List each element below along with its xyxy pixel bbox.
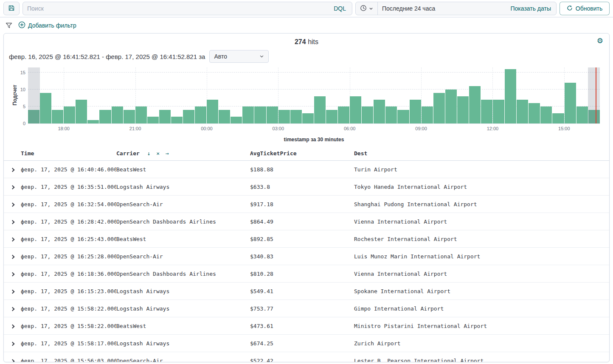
histogram-bar[interactable]: [362, 106, 373, 123]
expand-row-button[interactable]: [4, 178, 21, 196]
histogram-bar[interactable]: [433, 93, 445, 123]
histogram-bar[interactable]: [326, 110, 337, 123]
histogram-bar[interactable]: [517, 100, 528, 123]
histogram-bar[interactable]: [493, 100, 504, 123]
histogram-bar[interactable]: [52, 110, 63, 123]
histogram-chart: Подсчет 051015 18:0021:0000:0003:0006:00…: [7, 67, 600, 143]
documents-table: Time Carrier ↓ × → AvgTicketPrice Dest ф…: [4, 148, 609, 362]
header-expander: [4, 148, 21, 161]
time-range-text: февр. 16, 2025 @ 16:41:52.821 - февр. 17…: [9, 53, 205, 60]
histogram-bar[interactable]: [99, 110, 111, 123]
cell-avgticketprice: $810.28: [250, 265, 354, 283]
histogram-bar[interactable]: [87, 120, 99, 123]
cell-time: февр. 17, 2025 @ 15:58:17.000: [21, 335, 116, 352]
expand-row-button[interactable]: [4, 248, 21, 265]
cell-avgticketprice: $674.25: [250, 335, 354, 352]
histogram-bar[interactable]: [374, 100, 385, 123]
histogram-bar[interactable]: [529, 103, 540, 123]
expand-row-button[interactable]: [4, 335, 21, 352]
histogram-bar[interactable]: [457, 96, 469, 123]
histogram-bar[interactable]: [195, 106, 206, 123]
save-query-button[interactable]: [3, 2, 20, 15]
x-axis-tick: 09:00: [415, 126, 427, 131]
histogram-bar[interactable]: [410, 100, 421, 123]
cell-dest: Gimpo International Airport: [354, 300, 609, 317]
histogram-bar[interactable]: [565, 83, 576, 123]
histogram-bar[interactable]: [350, 96, 361, 123]
histogram-bar[interactable]: [183, 110, 194, 123]
histogram-bar[interactable]: [231, 117, 242, 123]
table-row: февр. 17, 2025 @ 16:40:46.000BeatsWest$1…: [4, 161, 609, 178]
histogram-bar[interactable]: [481, 100, 492, 123]
cell-dest: Tokyo Haneda International Airport: [354, 178, 609, 196]
histogram-bar[interactable]: [64, 106, 75, 123]
cell-time: февр. 17, 2025 @ 16:28:42.000: [21, 213, 116, 230]
histogram-bar[interactable]: [422, 106, 433, 123]
cell-dest: Shanghai Pudong International Airport: [354, 196, 609, 213]
histogram-bar[interactable]: [171, 117, 183, 123]
refresh-button[interactable]: Обновить: [560, 2, 610, 15]
cell-carrier: OpenSearch Dashboards Airlines: [116, 213, 250, 230]
histogram-bar[interactable]: [112, 106, 123, 123]
remove-column-icon[interactable]: ×: [156, 150, 160, 157]
move-column-right-icon[interactable]: →: [166, 150, 169, 157]
x-axis-label: timestamp за 30 minutes: [28, 137, 600, 143]
expand-row-button[interactable]: [4, 317, 21, 335]
gear-icon[interactable]: ⚙: [597, 37, 603, 45]
hits-row: 274 hits ⚙: [4, 34, 609, 48]
histogram-bar[interactable]: [76, 100, 87, 123]
expand-row-button[interactable]: [4, 352, 21, 363]
histogram-bar[interactable]: [267, 106, 278, 123]
cell-dest: Turin Airport: [354, 161, 609, 178]
histogram-bar[interactable]: [242, 106, 254, 123]
cell-avgticketprice: $549.41: [250, 283, 354, 300]
histogram-bar[interactable]: [147, 117, 159, 123]
histogram-bar[interactable]: [397, 110, 409, 123]
histogram-bar[interactable]: [254, 106, 266, 123]
histogram-bar[interactable]: [576, 106, 588, 123]
filter-funnel-icon[interactable]: [6, 22, 12, 29]
expand-row-button[interactable]: [4, 196, 21, 213]
histogram-bar[interactable]: [278, 110, 290, 123]
histogram-bar[interactable]: [505, 69, 516, 123]
cell-time: февр. 17, 2025 @ 15:56:03.000: [21, 352, 116, 363]
histogram-bar[interactable]: [40, 93, 51, 123]
histogram-bar[interactable]: [207, 100, 218, 123]
chevron-right-icon: [11, 272, 15, 277]
sort-descending-icon[interactable]: ↓: [147, 150, 151, 157]
histogram-bar[interactable]: [290, 110, 302, 123]
histogram-bar[interactable]: [540, 106, 552, 123]
search-input[interactable]: [27, 5, 329, 12]
time-range-value[interactable]: Последние 24 часа: [378, 5, 505, 12]
show-dates-button[interactable]: Показать даты: [505, 5, 556, 12]
expand-row-button[interactable]: [4, 300, 21, 317]
interval-select[interactable]: Авто: [209, 50, 269, 63]
cell-avgticketprice: $473.61: [250, 317, 354, 335]
expand-row-button[interactable]: [4, 230, 21, 248]
table-row: февр. 17, 2025 @ 16:18:36.000OpenSearch …: [4, 265, 609, 283]
expand-row-button[interactable]: [4, 283, 21, 300]
cell-time: февр. 17, 2025 @ 16:18:36.000: [21, 265, 116, 283]
quick-select-button[interactable]: [356, 2, 378, 15]
histogram-bar[interactable]: [124, 110, 135, 123]
histogram-bar[interactable]: [552, 113, 564, 123]
dql-language-button[interactable]: DQL: [329, 5, 348, 12]
histogram-bar[interactable]: [445, 90, 457, 123]
cell-avgticketprice: $340.83: [250, 248, 354, 265]
histogram-bar[interactable]: [159, 110, 171, 123]
histogram-bar[interactable]: [219, 110, 230, 123]
histogram-bar[interactable]: [469, 86, 481, 123]
add-filter-button[interactable]: Добавить фильтр: [18, 21, 76, 30]
cell-avgticketprice: $892.85: [250, 230, 354, 248]
x-axis-tick: 15:00: [558, 126, 570, 131]
histogram-bar[interactable]: [314, 96, 326, 123]
expand-row-button[interactable]: [4, 213, 21, 230]
histogram-bar[interactable]: [338, 106, 349, 123]
histogram-bar[interactable]: [385, 106, 397, 123]
expand-row-button[interactable]: [4, 265, 21, 283]
x-axis-ticks: 18:0021:0000:0003:0006:0009:0012:0015:00: [28, 126, 600, 132]
hits-label: hits: [308, 38, 318, 45]
histogram-bar[interactable]: [302, 113, 314, 123]
expand-row-button[interactable]: [4, 161, 21, 178]
histogram-bar[interactable]: [135, 106, 147, 123]
